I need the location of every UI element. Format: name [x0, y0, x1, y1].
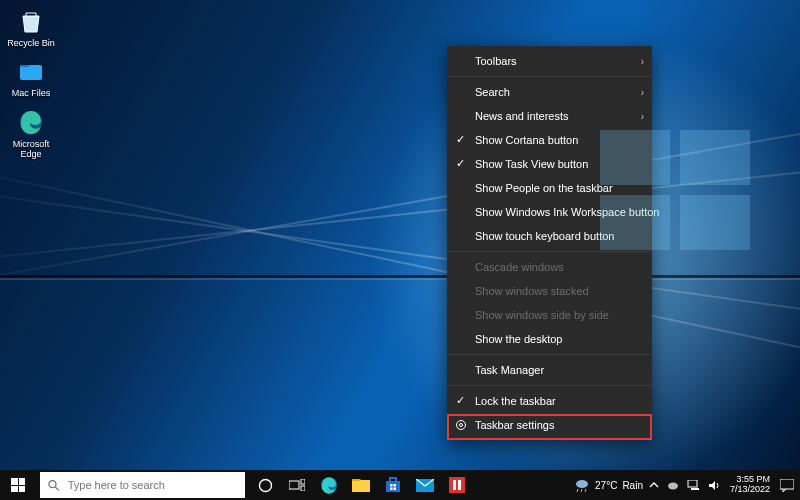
menu-cascade: Cascade windows	[447, 255, 652, 279]
svg-rect-9	[301, 486, 305, 491]
svg-rect-18	[449, 477, 465, 493]
svg-point-2	[457, 421, 466, 430]
menu-show-people[interactable]: Show People on the taskbar	[447, 176, 652, 200]
recycle-bin-label: Recycle Bin	[7, 38, 55, 48]
separator	[447, 76, 652, 77]
taskbar[interactable]: 27°C Rain 3:55 PM 7/13/2022	[0, 470, 800, 500]
system-tray[interactable]	[643, 479, 726, 491]
taskbar-app-store[interactable]	[377, 470, 409, 500]
edge-icon[interactable]: Microsoft Edge	[4, 107, 58, 160]
cortana-button[interactable]	[249, 470, 281, 500]
svg-point-3	[460, 424, 463, 427]
menu-taskbar-settings[interactable]: Taskbar settings	[447, 413, 652, 437]
chevron-up-icon[interactable]	[649, 480, 659, 490]
chevron-right-icon: ›	[641, 87, 644, 98]
menu-news-interests[interactable]: News and interests›	[447, 104, 652, 128]
svg-rect-14	[394, 484, 397, 487]
separator	[447, 385, 652, 386]
desktop[interactable]: Recycle Bin Mac Files Microsoft Edge Too…	[0, 0, 800, 470]
menu-lock-taskbar[interactable]: ✓Lock the taskbar	[447, 389, 652, 413]
taskbar-apps	[249, 470, 473, 500]
separator	[447, 354, 652, 355]
check-icon: ✓	[456, 157, 465, 170]
chevron-right-icon: ›	[641, 56, 644, 67]
menu-show-taskview[interactable]: ✓Show Task View button	[447, 152, 652, 176]
start-button[interactable]	[0, 470, 36, 500]
volume-icon[interactable]	[708, 480, 720, 491]
network-icon[interactable]	[687, 480, 700, 490]
weather-widget[interactable]: 27°C Rain	[574, 478, 643, 492]
svg-point-21	[576, 480, 588, 488]
svg-line-24	[585, 489, 586, 492]
chevron-right-icon: ›	[641, 111, 644, 122]
taskbar-app-edge[interactable]	[313, 470, 345, 500]
task-view-button[interactable]	[281, 470, 313, 500]
menu-show-ink[interactable]: Show Windows Ink Workspace button	[447, 200, 652, 224]
svg-rect-13	[390, 484, 393, 487]
menu-show-cortana[interactable]: ✓Show Cortana button	[447, 128, 652, 152]
check-icon: ✓	[456, 394, 465, 407]
svg-rect-27	[691, 488, 699, 490]
taskbar-context-menu: Toolbars› Search› News and interests› ✓S…	[447, 46, 652, 440]
svg-rect-8	[301, 479, 305, 484]
menu-task-manager[interactable]: Task Manager	[447, 358, 652, 382]
check-icon: ✓	[456, 133, 465, 146]
mac-files-label: Mac Files	[12, 88, 51, 98]
menu-stacked: Show windows stacked	[447, 279, 652, 303]
weather-icon	[574, 478, 590, 492]
menu-search[interactable]: Search›	[447, 80, 652, 104]
svg-rect-28	[780, 479, 794, 489]
svg-rect-26	[688, 480, 697, 487]
svg-line-5	[55, 486, 59, 490]
svg-line-22	[577, 489, 578, 492]
desktop-icons: Recycle Bin Mac Files Microsoft Edge	[4, 6, 58, 159]
taskbar-app-mail[interactable]	[409, 470, 441, 500]
menu-show-desktop[interactable]: Show the desktop	[447, 327, 652, 351]
mac-files-icon[interactable]: Mac Files	[4, 56, 58, 98]
onedrive-icon[interactable]	[667, 479, 679, 491]
svg-rect-15	[390, 488, 393, 491]
svg-rect-0	[20, 65, 42, 80]
separator	[447, 251, 652, 252]
menu-toolbars[interactable]: Toolbars›	[447, 49, 652, 73]
search-input[interactable]	[68, 479, 237, 491]
taskbar-app-parallels[interactable]	[441, 470, 473, 500]
search-icon	[48, 479, 60, 492]
edge-label: Microsoft Edge	[4, 139, 58, 160]
clock[interactable]: 3:55 PM 7/13/2022	[726, 475, 774, 495]
menu-show-touch-keyboard[interactable]: Show touch keyboard button	[447, 224, 652, 248]
search-box[interactable]	[40, 472, 245, 498]
weather-cond: Rain	[622, 480, 643, 491]
gear-icon	[455, 419, 467, 431]
svg-point-25	[668, 483, 678, 490]
clock-date: 7/13/2022	[730, 485, 770, 495]
menu-side-by-side: Show windows side by side	[447, 303, 652, 327]
svg-point-4	[49, 480, 56, 487]
svg-rect-7	[289, 481, 299, 489]
taskbar-app-explorer[interactable]	[345, 470, 377, 500]
svg-rect-20	[458, 480, 461, 490]
svg-rect-16	[394, 488, 397, 491]
svg-line-23	[581, 489, 582, 492]
recycle-bin-icon[interactable]: Recycle Bin	[4, 6, 58, 48]
action-center-button[interactable]	[774, 470, 800, 500]
weather-temp: 27°C	[595, 480, 617, 491]
svg-point-6	[259, 479, 271, 491]
svg-rect-19	[453, 480, 456, 490]
windows-logo-icon	[11, 478, 25, 492]
svg-rect-12	[386, 481, 400, 492]
svg-rect-11	[352, 480, 370, 492]
